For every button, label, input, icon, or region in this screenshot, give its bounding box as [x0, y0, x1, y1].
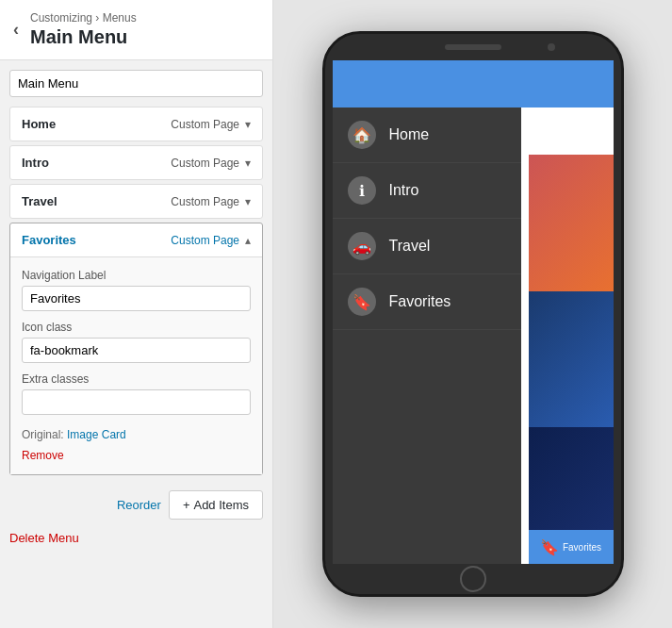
menu-item-travel-name: Travel	[22, 194, 171, 208]
back-header: ‹ Customizing › Menus Main Menu	[0, 0, 272, 60]
menu-name-input[interactable]	[9, 70, 263, 97]
add-items-icon: +	[183, 498, 190, 512]
menu-item-intro-type: Custom Page	[171, 157, 239, 170]
menu-item-travel: Travel Custom Page ▾	[9, 184, 263, 219]
original-line: Original: Image Card	[22, 428, 251, 441]
phone-app-menu: 🏠 Home ℹ Intro 🚗 Travel 🔖 Favorites	[333, 107, 521, 564]
icon-class-input[interactable]	[22, 338, 251, 363]
chevron-down-icon: ▾	[245, 195, 251, 208]
phone-menu-item-favorites: 🔖 Favorites	[333, 274, 521, 330]
menu-item-travel-type: Custom Page	[171, 195, 239, 208]
menu-item-intro: Intro Custom Page ▾	[9, 145, 263, 180]
nav-label-input[interactable]	[22, 286, 251, 311]
phone-home-button	[460, 566, 486, 592]
phone-screen: 🏠 Home ℹ Intro 🚗 Travel 🔖 Favorites	[333, 60, 614, 564]
extra-classes-input[interactable]	[22, 389, 251, 415]
right-panel: 🏠 Home ℹ Intro 🚗 Travel 🔖 Favorites	[273, 0, 672, 628]
phone-top-bar	[325, 34, 621, 60]
add-items-label: Add Items	[193, 498, 249, 512]
menu-item-home-header[interactable]: Home Custom Page ▾	[10, 107, 262, 140]
menu-item-favorites-header[interactable]: Favorites Custom Page ▴	[10, 223, 262, 256]
phone-menu-intro-label: Intro	[389, 182, 419, 199]
home-icon: 🏠	[348, 121, 376, 149]
phone-menu-item-home: 🏠 Home	[333, 107, 521, 163]
phone-menu-item-travel: 🚗 Travel	[333, 219, 521, 274]
add-items-button[interactable]: + Add Items	[169, 490, 263, 520]
phone-menu-favorites-label: Favorites	[389, 293, 451, 310]
menu-item-intro-header[interactable]: Intro Custom Page ▾	[10, 146, 262, 179]
bottom-actions: Reorder + Add Items	[0, 479, 272, 531]
chevron-down-icon: ▾	[245, 118, 251, 131]
menu-item-home-name: Home	[22, 117, 171, 131]
delete-menu-link[interactable]: Delete Menu	[0, 531, 272, 558]
original-link[interactable]: Image Card	[67, 428, 126, 441]
car-icon: 🚗	[348, 232, 376, 260]
tab-bookmark-icon: 🔖	[540, 538, 559, 556]
chevron-down-icon: ▾	[245, 157, 251, 170]
menu-item-intro-name: Intro	[22, 156, 171, 170]
favorites-expanded-body: Navigation Label Icon class Extra classe…	[10, 256, 262, 474]
page-title: Main Menu	[30, 26, 137, 48]
menu-item-favorites-type: Custom Page	[171, 234, 239, 247]
phone-side-images	[529, 155, 614, 564]
menu-item-favorites: Favorites Custom Page ▴ Navigation Label…	[9, 223, 263, 475]
side-image-orange	[529, 155, 614, 291]
menu-item-home: Home Custom Page ▾	[9, 107, 263, 141]
app-header-bar	[333, 60, 614, 107]
info-icon: ℹ	[348, 176, 376, 205]
remove-link[interactable]: Remove	[22, 449, 64, 462]
phone-menu-home-label: Home	[389, 126, 430, 143]
menu-item-home-type: Custom Page	[171, 118, 239, 131]
side-image-blue	[529, 291, 614, 428]
icon-class-label: Icon class	[22, 321, 251, 334]
tab-favorites-label: Favorites	[563, 542, 601, 553]
breadcrumb-area: Customizing › Menus Main Menu	[30, 11, 137, 48]
phone-speaker	[445, 44, 501, 50]
back-button[interactable]: ‹	[13, 20, 19, 40]
phone-bottom-bar	[325, 564, 621, 594]
breadcrumb: Customizing › Menus	[30, 11, 137, 25]
extra-classes-label: Extra classes	[22, 372, 251, 386]
chevron-up-icon: ▴	[245, 234, 251, 247]
phone-preview: 🏠 Home ℹ Intro 🚗 Travel 🔖 Favorites	[322, 31, 624, 597]
menu-item-travel-header[interactable]: Travel Custom Page ▾	[10, 185, 262, 218]
phone-bottom-tab: 🔖 Favorites	[529, 530, 614, 564]
nav-label-label: Navigation Label	[22, 269, 251, 282]
phone-menu-travel-label: Travel	[389, 238, 431, 255]
left-panel: ‹ Customizing › Menus Main Menu Home Cus…	[0, 0, 273, 628]
original-label: Original:	[22, 428, 67, 441]
menu-item-favorites-name: Favorites	[22, 233, 171, 247]
phone-menu-item-intro: ℹ Intro	[333, 163, 521, 219]
phone-camera	[548, 43, 555, 51]
menu-items-list: Home Custom Page ▾ Intro Custom Page ▾ T…	[0, 107, 272, 479]
reorder-link[interactable]: Reorder	[117, 498, 161, 512]
bookmark-icon: 🔖	[348, 288, 376, 316]
